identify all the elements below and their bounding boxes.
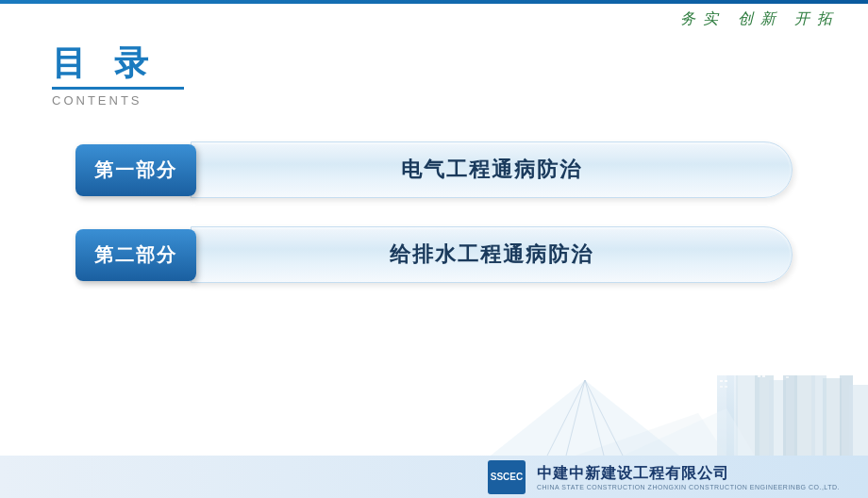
svg-rect-11: [720, 380, 723, 382]
content-area: 第一部分 电气工程通病防治 第二部分 给排水工程通病防治: [75, 141, 793, 283]
company-name-cn: 中建中新建设工程有限公司: [537, 464, 729, 484]
section-2-label[interactable]: 第二部分: [75, 229, 196, 281]
svg-rect-12: [725, 380, 727, 382]
section-1-label[interactable]: 第一部分: [75, 144, 196, 196]
svg-rect-13: [720, 386, 723, 388]
bottom-area: SSCEC 中建中新建设工程有限公司 CHINA STATE CONSTRUCT…: [0, 375, 868, 498]
section-2-content[interactable]: 给排水工程通病防治: [191, 226, 793, 283]
section-row-1: 第一部分 电气工程通病防治: [75, 141, 793, 198]
section-row-2: 第二部分 给排水工程通病防治: [75, 226, 793, 283]
svg-rect-10: [849, 385, 868, 456]
bottom-footer: SSCEC 中建中新建设工程有限公司 CHINA STATE CONSTRUCT…: [0, 456, 868, 498]
top-accent-line: [0, 0, 868, 4]
company-name-en: CHINA STATE CONSTRUCTION ZHONGXIN CONSTR…: [537, 484, 840, 490]
section-1-content[interactable]: 电气工程通病防治: [191, 141, 793, 198]
svg-marker-21: [491, 380, 679, 456]
top-slogan: 务实 创新 开拓: [680, 9, 840, 29]
title-underline: [52, 87, 184, 90]
title-chinese: 目 录: [52, 42, 184, 83]
logo-text: SSCEC: [491, 472, 523, 482]
svg-rect-8: [823, 378, 842, 456]
company-text-area: 中建中新建设工程有限公司 CHINA STATE CONSTRUCTION ZH…: [537, 464, 840, 490]
title-english: CONTENTS: [52, 93, 184, 108]
svg-rect-15: [758, 375, 760, 377]
svg-rect-18: [786, 376, 789, 378]
title-area: 目 录 CONTENTS: [52, 42, 184, 108]
svg-rect-16: [762, 375, 765, 377]
svg-rect-14: [725, 386, 727, 388]
road-perspective: [491, 380, 679, 456]
company-logo: SSCEC: [488, 460, 526, 494]
